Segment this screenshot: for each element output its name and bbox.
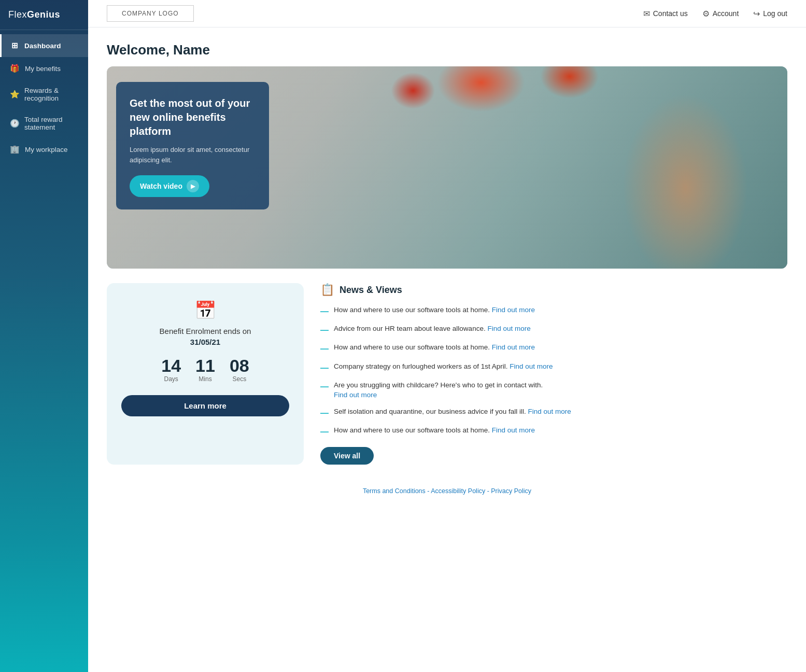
- list-item: — Are you struggling with childcare? Her…: [320, 380, 787, 400]
- sidebar-item-label: Total reward statement: [24, 116, 80, 131]
- sidebar-item-dashboard[interactable]: ⊞ Dashboard: [0, 34, 88, 57]
- total-reward-icon: 🕐: [10, 119, 19, 128]
- news-item-text: How and where to use our software tools …: [334, 425, 535, 436]
- days-number: 14: [161, 357, 181, 374]
- news-list: — How and where to use our software tool…: [320, 305, 787, 438]
- mail-icon: ✉: [643, 9, 650, 19]
- logout-button[interactable]: ↪ Log out: [753, 9, 787, 19]
- list-item: — How and where to use our software tool…: [320, 425, 787, 438]
- news-item-text: Company strategy on furloughed workers a…: [334, 361, 553, 372]
- accessibility-link[interactable]: Accessibility Policy: [431, 487, 485, 495]
- find-out-more-link[interactable]: Find out more: [528, 408, 571, 415]
- dash-icon: —: [320, 407, 329, 419]
- welcome-section: Welcome, Name: [88, 27, 806, 66]
- page-footer: Terms and Conditions - Accessibility Pol…: [88, 475, 806, 504]
- mins-number: 11: [195, 357, 215, 374]
- watch-video-button[interactable]: Watch video ▶: [130, 175, 209, 197]
- news-icon: 📋: [320, 283, 334, 297]
- sidebar-item-label: My workplace: [25, 146, 68, 153]
- my-benefits-icon: 🎁: [10, 64, 20, 73]
- list-item: — Self isolation and quarantine, our bus…: [320, 407, 787, 419]
- secs-label: Secs: [232, 375, 246, 383]
- hero-title: Get the most out of your new online bene…: [130, 96, 256, 138]
- account-button[interactable]: ⚙ Account: [702, 9, 739, 19]
- hero-banner: Get the most out of your new online bene…: [107, 66, 787, 269]
- list-item: — Company strategy on furloughed workers…: [320, 361, 787, 374]
- news-section: 📋 News & Views — How and where to use ou…: [320, 283, 787, 465]
- news-item-text: How and where to use our software tools …: [334, 342, 535, 353]
- countdown-mins: 11 Mins: [195, 357, 215, 383]
- hero-card: Get the most out of your new online bene…: [116, 82, 269, 209]
- main-content: COMPANY LOGO ✉ Contact us ⚙ Account ↪ Lo…: [88, 0, 806, 672]
- page-header: COMPANY LOGO ✉ Contact us ⚙ Account ↪ Lo…: [88, 0, 806, 27]
- calendar-icon: 📅: [194, 300, 216, 320]
- days-label: Days: [164, 375, 178, 383]
- dash-icon: —: [320, 324, 329, 336]
- watch-video-label: Watch video: [140, 182, 182, 190]
- countdown-secs: 08 Secs: [230, 357, 249, 383]
- logo-text: FlexGenius: [8, 9, 60, 20]
- news-title: News & Views: [340, 285, 402, 296]
- view-all-button[interactable]: View all: [320, 447, 374, 465]
- terms-link[interactable]: Terms and Conditions: [363, 487, 426, 495]
- mins-label: Mins: [199, 375, 211, 383]
- enrollment-card: 📅 Benefit Enrolment ends on 31/05/21 14 …: [107, 283, 304, 465]
- sidebar-item-my-workplace[interactable]: 🏢 My workplace: [0, 138, 88, 161]
- contact-us-button[interactable]: ✉ Contact us: [643, 9, 688, 19]
- sidebar-item-rewards-recognition[interactable]: ⭐ Rewards & recognition: [0, 80, 88, 109]
- news-item-text: Advice from our HR team about leave allo…: [334, 324, 531, 334]
- company-logo: COMPANY LOGO: [107, 5, 194, 22]
- dash-icon: —: [320, 426, 329, 438]
- learn-more-button[interactable]: Learn more: [121, 395, 289, 416]
- sidebar: FlexGenius ⊞ Dashboard 🎁 My benefits ⭐ R…: [0, 0, 88, 672]
- sidebar-item-label: My benefits: [25, 65, 61, 73]
- find-out-more-link[interactable]: Find out more: [334, 391, 377, 399]
- secs-number: 08: [230, 357, 249, 374]
- workplace-icon: 🏢: [10, 145, 20, 154]
- find-out-more-link[interactable]: Find out more: [510, 362, 553, 370]
- find-out-more-link[interactable]: Find out more: [492, 426, 535, 434]
- list-item: — Advice from our HR team about leave al…: [320, 324, 787, 336]
- dash-icon: —: [320, 381, 329, 393]
- sidebar-item-label: Dashboard: [24, 42, 61, 50]
- privacy-link[interactable]: Privacy Policy: [491, 487, 531, 495]
- enrollment-date: 31/05/21: [190, 338, 220, 346]
- account-icon: ⚙: [702, 9, 710, 19]
- enrollment-text: Benefit Enrolment ends on: [160, 327, 251, 335]
- sidebar-item-total-reward-statement[interactable]: 🕐 Total reward statement: [0, 109, 88, 138]
- bottom-section: 📅 Benefit Enrolment ends on 31/05/21 14 …: [88, 269, 806, 475]
- dashboard-icon: ⊞: [10, 41, 19, 50]
- dash-icon: —: [320, 343, 329, 355]
- dash-icon: —: [320, 305, 329, 317]
- countdown-days: 14 Days: [161, 357, 181, 383]
- news-item-text: Self isolation and quarantine, our busin…: [334, 407, 571, 417]
- news-item-text: How and where to use our software tools …: [334, 305, 535, 315]
- hero-description: Lorem ipsum dolor sit amet, consectetur …: [130, 145, 256, 165]
- sidebar-item-label: Rewards & recognition: [24, 87, 80, 102]
- find-out-more-link[interactable]: Find out more: [492, 306, 535, 314]
- find-out-more-link[interactable]: Find out more: [492, 343, 535, 351]
- news-item-text: Are you struggling with childcare? Here'…: [334, 380, 543, 400]
- list-item: — How and where to use our software tool…: [320, 342, 787, 355]
- sidebar-item-my-benefits[interactable]: 🎁 My benefits: [0, 57, 88, 80]
- logout-icon: ↪: [753, 9, 760, 19]
- dash-icon: —: [320, 362, 329, 374]
- rewards-icon: ⭐: [10, 90, 19, 99]
- play-icon: ▶: [187, 180, 199, 192]
- sidebar-navigation: ⊞ Dashboard 🎁 My benefits ⭐ Rewards & re…: [0, 34, 88, 161]
- countdown-timer: 14 Days 11 Mins 08 Secs: [161, 357, 249, 383]
- sidebar-logo: FlexGenius: [0, 0, 88, 30]
- news-header: 📋 News & Views: [320, 283, 787, 297]
- welcome-title: Welcome, Name: [107, 42, 787, 58]
- list-item: — How and where to use our software tool…: [320, 305, 787, 317]
- header-actions: ✉ Contact us ⚙ Account ↪ Log out: [643, 9, 787, 19]
- find-out-more-link[interactable]: Find out more: [487, 325, 530, 332]
